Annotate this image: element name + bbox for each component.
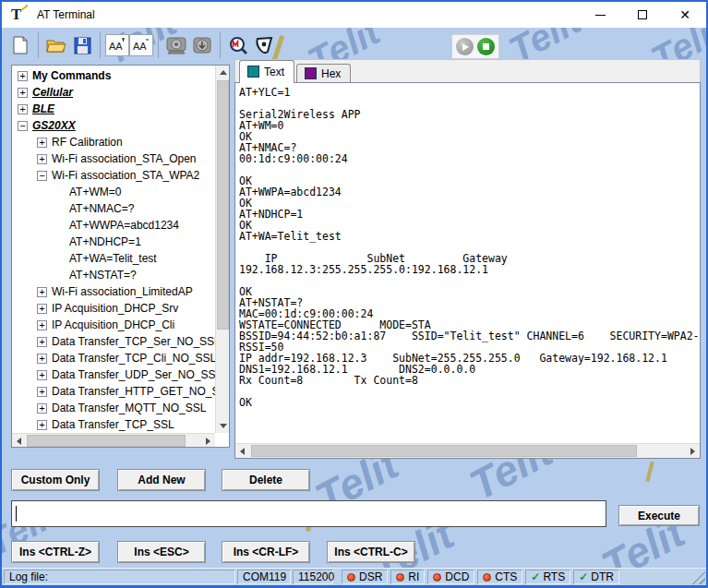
expand-toggle-icon[interactable]: +	[37, 154, 47, 164]
tree-item[interactable]: +RF Calibration	[12, 134, 215, 150]
open-file-button[interactable]	[43, 32, 69, 58]
capture-save-icon	[193, 36, 211, 54]
expand-toggle-icon[interactable]: +	[37, 320, 47, 330]
command-input[interactable]	[11, 500, 606, 527]
delete-button[interactable]: Delete	[222, 469, 310, 491]
log-file-status: Log file:	[4, 570, 235, 584]
scroll-right-button[interactable]	[201, 434, 215, 448]
play-button[interactable]	[456, 38, 474, 55]
collapse-toggle-icon[interactable]: −	[18, 121, 28, 131]
tree-item[interactable]: +Data Transfer_TCP_Cli_NO_SSL	[12, 350, 215, 366]
resize-grip[interactable]	[691, 571, 705, 584]
scrollbar-thumb[interactable]	[251, 445, 637, 457]
stop-button[interactable]	[477, 38, 495, 55]
scroll-left-button[interactable]	[235, 444, 249, 458]
expand-toggle-icon[interactable]: +	[37, 370, 47, 380]
tree-horizontal-scrollbar[interactable]	[12, 433, 215, 447]
expand-toggle-icon[interactable]: +	[37, 354, 47, 364]
tree-item[interactable]: +IP Acquisition_DHCP_Cli	[12, 317, 215, 333]
expand-toggle-icon[interactable]: +	[37, 387, 47, 397]
tree-item[interactable]: +Data Transfer_MQTT_NO_SSL	[12, 400, 215, 416]
collapse-toggle-icon[interactable]: −	[37, 171, 47, 181]
expand-toggle-icon[interactable]: +	[18, 71, 28, 81]
text-caret	[16, 506, 17, 522]
tree-item[interactable]: AT+NMAC=?	[12, 200, 215, 217]
svg-text:AA: AA	[133, 41, 147, 52]
zoom-m-button[interactable]	[225, 32, 251, 58]
ins-esc-button[interactable]: Ins <ESC>	[117, 541, 206, 563]
close-button[interactable]: ✕	[664, 2, 706, 28]
titlebar[interactable]: T AT Terminal ✕	[2, 2, 706, 28]
arrow-down-icon	[220, 424, 227, 428]
save-icon	[74, 37, 91, 54]
baud-rate-value: 115200	[298, 570, 334, 583]
scroll-left-button[interactable]	[12, 434, 26, 448]
tree-item[interactable]: −Wi-Fi association_STA_WPA2	[12, 167, 215, 184]
tree-item[interactable]: +Data Transfer_UDP_Ser_NO_SSL	[12, 366, 215, 383]
tree-item-label: GS20XX	[32, 117, 76, 134]
new-file-button[interactable]	[7, 32, 33, 58]
ins-cr-lf-button[interactable]: Ins <CR-LF>	[222, 541, 310, 563]
expand-toggle-icon[interactable]: +	[37, 337, 47, 347]
ins-ctrl-c-button[interactable]: Ins <CTRL-C>	[327, 541, 415, 563]
tree-item[interactable]: +Wi-Fi association_STA_Open	[12, 150, 215, 167]
ins-ctrl-z-button[interactable]: Ins <CTRL-Z>	[11, 541, 100, 563]
scrollbar-thumb[interactable]	[217, 80, 229, 330]
terminal-horizontal-scrollbar[interactable]	[235, 443, 700, 458]
tree-item[interactable]: AT+WA=Telit_test	[12, 250, 215, 267]
scroll-right-button[interactable]	[686, 444, 700, 458]
scroll-up-button[interactable]	[216, 66, 230, 79]
execute-button[interactable]: Execute	[618, 505, 700, 526]
expand-toggle-icon[interactable]: +	[18, 104, 28, 114]
capture-save-button[interactable]	[189, 32, 215, 58]
tree-item[interactable]: +Wi-Fi association_LimitedAP	[12, 283, 215, 300]
red-dot-icon	[483, 573, 491, 582]
maximize-button[interactable]	[621, 2, 664, 28]
tree-item[interactable]: +Cellular	[12, 84, 215, 101]
font-increase-button[interactable]: AA	[105, 34, 129, 56]
add-new-button[interactable]: Add New	[117, 469, 206, 491]
tree-item-label: Wi-Fi association_STA_WPA2	[52, 167, 199, 184]
tab-text[interactable]: Text	[239, 60, 294, 83]
expand-toggle-icon[interactable]: +	[37, 287, 47, 297]
custom-only-button[interactable]: Custom Only	[11, 469, 100, 491]
command-tree: +My Commands+Cellular+BLE−GS20XX+RF Cali…	[12, 66, 215, 433]
tree-item[interactable]: +IP Acquisition_DHCP_Srv	[12, 300, 215, 317]
scroll-down-button[interactable]	[216, 419, 230, 433]
tree-item[interactable]: +My Commands	[12, 67, 215, 84]
camera-icon	[166, 36, 186, 54]
signal-dtr: ✓DTR	[573, 570, 619, 584]
scrollbar-thumb[interactable]	[27, 435, 186, 447]
tree-item[interactable]: +Data Transfer_HTTP_GET_NO_SSL	[12, 383, 215, 400]
tree-item[interactable]: AT+WWPA=abcd1234	[12, 217, 215, 234]
tree-item[interactable]: AT+WM=0	[12, 184, 215, 200]
font-decrease-button[interactable]: AA	[129, 34, 153, 56]
svg-text:AA: AA	[109, 41, 123, 52]
log-file-label: Log file:	[9, 570, 48, 583]
expand-toggle-icon[interactable]: +	[37, 304, 47, 314]
tab-hex[interactable]: Hex	[296, 64, 351, 83]
save-button[interactable]	[69, 32, 95, 58]
expand-toggle-icon[interactable]: +	[37, 138, 47, 148]
tree-item[interactable]: +BLE	[12, 101, 215, 117]
tree-vertical-scrollbar[interactable]	[215, 66, 229, 433]
red-dot-icon	[347, 573, 355, 582]
minimize-button[interactable]	[579, 2, 621, 28]
shield-button[interactable]	[251, 32, 277, 58]
expand-toggle-icon[interactable]: +	[37, 403, 47, 414]
tree-item[interactable]: −GS20XX	[12, 117, 215, 134]
tree-item[interactable]: AT+NSTAT=?	[12, 267, 215, 283]
terminal-view[interactable]: AT+YLC=1 Serial2Wireless APP AT+WM=0 OK …	[235, 83, 700, 443]
tree-item-label: AT+NMAC=?	[69, 200, 134, 217]
expand-toggle-icon[interactable]: +	[18, 88, 28, 98]
tree-item[interactable]: AT+NDHCP=1	[12, 234, 215, 250]
tree-item[interactable]: +Data Transfer_TCP_Ser_NO_SSL	[12, 333, 215, 350]
tree-item-label: IP Acquisition_DHCP_Cli	[52, 317, 174, 333]
at-terminal-window: Telit Telit Telit Telit Telit Telit Teli…	[0, 0, 708, 588]
check-icon: ✓	[579, 570, 588, 583]
expand-toggle-icon[interactable]: +	[37, 420, 47, 430]
tree-item-label: Wi-Fi association_STA_Open	[52, 150, 197, 167]
camera-button[interactable]	[163, 32, 189, 58]
tree-item[interactable]: +Data Transfer_TCP_SSL	[12, 416, 215, 433]
open-folder-icon	[46, 37, 66, 54]
